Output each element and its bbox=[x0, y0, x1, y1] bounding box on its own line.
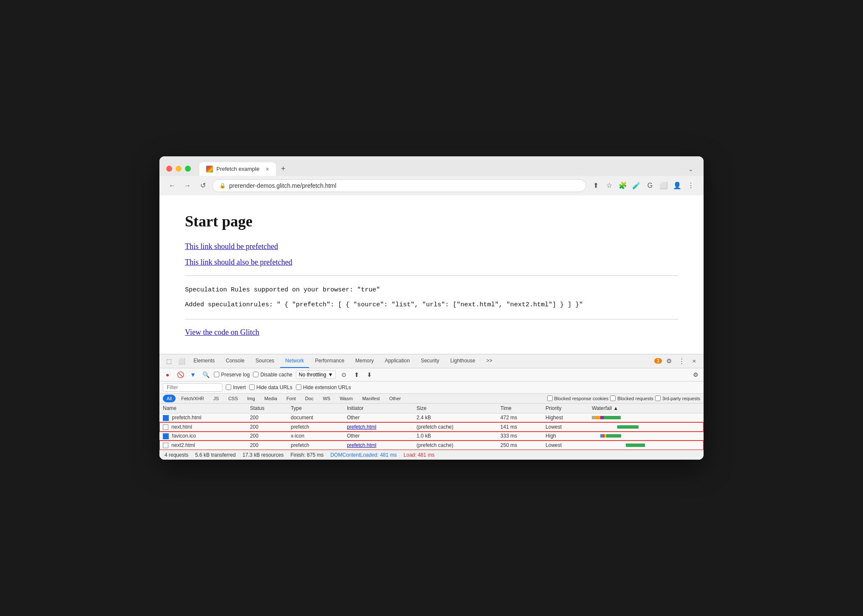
tab-application[interactable]: Application bbox=[380, 354, 415, 368]
preserve-log-checkbox[interactable] bbox=[214, 372, 219, 377]
invert-label[interactable]: Invert bbox=[226, 384, 246, 390]
maximize-button[interactable] bbox=[185, 166, 191, 172]
type-tab-wasm[interactable]: Wasm bbox=[336, 395, 357, 402]
devtools-settings-icon[interactable]: ⚙ bbox=[663, 354, 675, 368]
close-button[interactable] bbox=[166, 166, 172, 172]
col-header-status[interactable]: Status bbox=[247, 404, 287, 413]
hide-data-urls-checkbox[interactable] bbox=[249, 384, 255, 390]
type-tab-other[interactable]: Other bbox=[385, 395, 405, 402]
bookmark-icon[interactable]: ☆ bbox=[603, 180, 615, 192]
hide-ext-urls-checkbox[interactable] bbox=[296, 384, 301, 390]
throttling-select[interactable]: No throttling ▼ bbox=[296, 370, 336, 379]
speculation-line-2: Added speculationrules: " { "prefetch": … bbox=[185, 299, 678, 311]
tab-network[interactable]: Network bbox=[280, 354, 309, 368]
col-header-waterfall[interactable]: Waterfall ▲ bbox=[588, 404, 704, 413]
table-row[interactable]: next2.html 200 prefetch prefetch.html (p… bbox=[159, 441, 704, 449]
labs-icon[interactable]: 🧪 bbox=[630, 180, 642, 192]
table-row[interactable]: next.html 200 prefetch prefetch.html (pr… bbox=[159, 422, 704, 431]
clear-button[interactable]: 🚫 bbox=[176, 370, 185, 379]
address-field[interactable]: 🔒 prerender-demos.glitch.me/prefetch.htm… bbox=[212, 179, 586, 192]
tab-performance[interactable]: Performance bbox=[310, 354, 349, 368]
tab-more[interactable]: >> bbox=[481, 354, 497, 368]
share-icon[interactable]: ⬆ bbox=[590, 180, 602, 192]
minimize-button[interactable] bbox=[176, 166, 182, 172]
reading-list-icon[interactable]: ⬜ bbox=[658, 180, 670, 192]
preserve-log-label[interactable]: Preserve log bbox=[214, 372, 250, 378]
third-party-requests-label[interactable]: 3rd-party requests bbox=[655, 396, 700, 401]
blocked-requests-label[interactable]: Blocked requests bbox=[610, 396, 653, 401]
col-header-name[interactable]: Name bbox=[159, 404, 247, 413]
checkbox-icon bbox=[163, 443, 168, 448]
search-button[interactable]: 🔍 bbox=[201, 370, 210, 379]
network-toolbar: ● 🚫 ▼ 🔍 Preserve log Disable cache No th… bbox=[159, 368, 704, 381]
glitch-link[interactable]: View the code on Glitch bbox=[185, 328, 259, 336]
cell-size: (prefetch cache) bbox=[413, 441, 497, 449]
devtools-more-icon[interactable]: ⋮ bbox=[676, 354, 687, 368]
cell-priority: Lowest bbox=[542, 422, 588, 431]
google-icon[interactable]: G bbox=[644, 180, 656, 192]
table-row[interactable]: prefetch.html 200 document Other 2.4 kB … bbox=[159, 413, 704, 422]
wifi-icon[interactable]: ⊙ bbox=[339, 370, 349, 379]
browser-window: Prefetch example × + ⌄ ← → ↺ 🔒 prerender… bbox=[159, 156, 704, 460]
notification-badge: 2 bbox=[654, 358, 662, 364]
tab-menu-button[interactable]: ⌄ bbox=[685, 162, 697, 176]
type-tab-ws[interactable]: WS bbox=[319, 395, 334, 402]
download-icon[interactable]: ⬇ bbox=[365, 370, 374, 379]
record-button[interactable]: ● bbox=[163, 370, 172, 379]
profile-icon[interactable]: 👤 bbox=[671, 180, 683, 192]
cell-initiator: prefetch.html bbox=[343, 422, 413, 431]
tab-lighthouse[interactable]: Lighthouse bbox=[445, 354, 480, 368]
table-row[interactable]: favicon.ico 200 x-icon Other 1.0 kB 333 … bbox=[159, 432, 704, 441]
type-tab-manifest[interactable]: Manifest bbox=[358, 395, 384, 402]
back-button[interactable]: ← bbox=[166, 180, 178, 192]
extensions-icon[interactable]: 🧩 bbox=[617, 180, 629, 192]
col-header-type[interactable]: Type bbox=[287, 404, 343, 413]
filter-icon[interactable]: ▼ bbox=[188, 370, 198, 379]
blocked-response-cookies-label[interactable]: Blocked response cookies bbox=[547, 396, 609, 401]
menu-icon[interactable]: ⋮ bbox=[685, 180, 697, 192]
forward-button[interactable]: → bbox=[182, 180, 193, 192]
blocked-response-cookies-text: Blocked response cookies bbox=[554, 396, 609, 401]
initiator-link[interactable]: prefetch.html bbox=[347, 442, 376, 448]
type-tab-media[interactable]: Media bbox=[261, 395, 281, 402]
inspect-element-icon[interactable]: ⬚ bbox=[163, 354, 175, 368]
tab-memory[interactable]: Memory bbox=[350, 354, 379, 368]
checkbox-icon bbox=[163, 424, 168, 430]
type-tab-img[interactable]: Img bbox=[244, 395, 259, 402]
tab-console[interactable]: Console bbox=[221, 354, 250, 368]
browser-toolbar: ⬆ ☆ 🧩 🧪 G ⬜ 👤 ⋮ bbox=[590, 180, 697, 192]
col-header-priority[interactable]: Priority bbox=[542, 404, 588, 413]
tab-close-icon[interactable]: × bbox=[266, 166, 269, 172]
active-tab[interactable]: Prefetch example × bbox=[199, 162, 276, 176]
type-tab-doc[interactable]: Doc bbox=[301, 395, 318, 402]
prefetch-link-2[interactable]: This link should also be prefetched bbox=[185, 258, 678, 267]
initiator-link[interactable]: prefetch.html bbox=[347, 424, 376, 430]
new-tab-button[interactable]: + bbox=[276, 161, 291, 176]
invert-checkbox[interactable] bbox=[226, 384, 231, 390]
type-tab-all[interactable]: All bbox=[163, 395, 176, 402]
doc-icon bbox=[163, 415, 169, 421]
upload-icon[interactable]: ⬆ bbox=[352, 370, 361, 379]
type-tab-js[interactable]: JS bbox=[210, 395, 223, 402]
divider-1 bbox=[185, 275, 678, 276]
traffic-lights bbox=[166, 166, 191, 172]
filter-input[interactable] bbox=[163, 383, 222, 392]
type-tab-css[interactable]: CSS bbox=[224, 395, 242, 402]
disable-cache-checkbox[interactable] bbox=[253, 372, 258, 377]
hide-ext-urls-label[interactable]: Hide extension URLs bbox=[296, 384, 351, 390]
col-header-initiator[interactable]: Initiator bbox=[343, 404, 413, 413]
col-header-size[interactable]: Size bbox=[413, 404, 497, 413]
prefetch-link-1[interactable]: This link should be prefetched bbox=[185, 242, 678, 251]
network-settings-icon[interactable]: ⚙ bbox=[691, 370, 700, 379]
type-tab-fetch-xhr[interactable]: Fetch/XHR bbox=[177, 395, 208, 402]
reload-button[interactable]: ↺ bbox=[197, 180, 209, 192]
tab-sources[interactable]: Sources bbox=[250, 354, 279, 368]
device-toolbar-icon[interactable]: ⬜ bbox=[176, 354, 187, 368]
devtools-close-icon[interactable]: × bbox=[688, 354, 700, 368]
col-header-time[interactable]: Time bbox=[497, 404, 542, 413]
type-tab-font[interactable]: Font bbox=[283, 395, 300, 402]
tab-security[interactable]: Security bbox=[416, 354, 444, 368]
hide-data-urls-label[interactable]: Hide data URLs bbox=[249, 384, 292, 390]
disable-cache-label[interactable]: Disable cache bbox=[253, 372, 292, 378]
tab-elements[interactable]: Elements bbox=[188, 354, 220, 368]
